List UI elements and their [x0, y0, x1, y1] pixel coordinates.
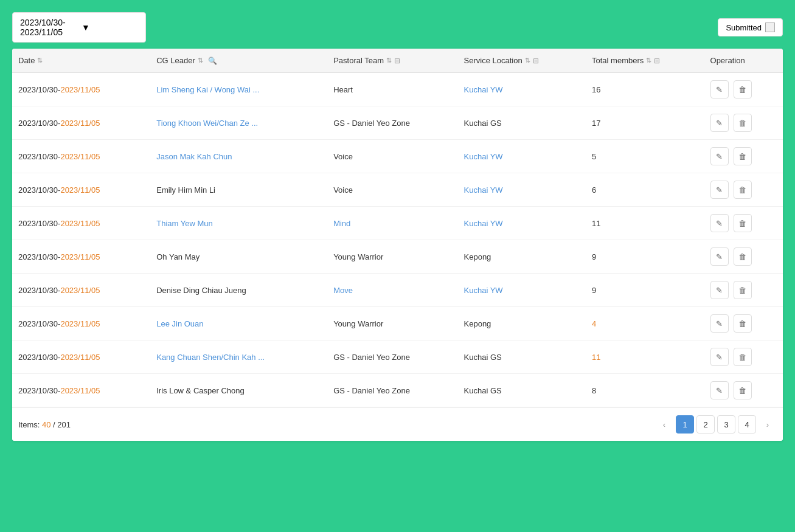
- service-location-link[interactable]: Kuchai YW: [464, 152, 503, 161]
- cell-cg-leader: Lim Sheng Kai / Wong Wai ...: [150, 73, 327, 106]
- cg-leader-search-icon[interactable]: 🔍: [208, 57, 217, 65]
- cg-leader-link[interactable]: Jason Mak Kah Chun: [156, 152, 232, 161]
- date-start: 2023/10/30-: [18, 119, 60, 128]
- service-location-link[interactable]: Kuchai YW: [464, 85, 503, 94]
- chevron-down-icon: ▼: [82, 22, 138, 32]
- edit-button[interactable]: ✎: [710, 381, 729, 399]
- submitted-label: Submitted: [726, 23, 762, 32]
- cell-operation: ✎ 🗑: [704, 274, 783, 307]
- data-table: Date ⇅ CG Leader ⇅ 🔍 Pastoral Team ⇅: [12, 49, 783, 407]
- cell-service-location: Kepong: [458, 240, 586, 274]
- delete-button[interactable]: 🗑: [734, 381, 752, 399]
- cg-leader-link[interactable]: Lee Jin Ouan: [156, 319, 203, 328]
- total-sort-icon[interactable]: ⇅: [646, 57, 651, 64]
- cell-operation: ✎ 🗑: [704, 106, 783, 140]
- page-4-button[interactable]: 4: [738, 415, 756, 434]
- date-end: 2023/11/05: [60, 386, 100, 395]
- pastoral-team-link[interactable]: Mind: [333, 219, 350, 228]
- pastoral-team-value: Young Warrior: [333, 252, 383, 261]
- cell-pastoral-team: GS - Daniel Yeo Zone: [327, 340, 457, 374]
- cell-cg-leader: Oh Yan May: [150, 240, 327, 274]
- delete-button[interactable]: 🗑: [734, 247, 752, 266]
- delete-button[interactable]: 🗑: [734, 114, 752, 132]
- delete-button[interactable]: 🗑: [734, 348, 752, 366]
- cg-leader-link[interactable]: Lim Sheng Kai / Wong Wai ...: [156, 85, 259, 94]
- submitted-checkbox[interactable]: [765, 22, 775, 32]
- pastoral-team-value: GS - Daniel Yeo Zone: [333, 119, 410, 128]
- date-start: 2023/10/30-: [18, 353, 60, 362]
- service-location-value: Kepong: [464, 319, 491, 328]
- prev-page-button[interactable]: ‹: [655, 415, 673, 434]
- service-location-link[interactable]: Kuchai YW: [464, 286, 503, 295]
- cell-service-location: Kuchai YW: [458, 173, 586, 207]
- pastoral-team-value: Voice: [333, 152, 353, 161]
- delete-button[interactable]: 🗑: [734, 80, 752, 98]
- total-filter-icon[interactable]: ⊟: [654, 57, 660, 65]
- date-start: 2023/10/30-: [18, 152, 60, 161]
- cg-leader-sort-icon[interactable]: ⇅: [198, 57, 203, 64]
- edit-button[interactable]: ✎: [710, 147, 729, 165]
- pastoral-sort-icon[interactable]: ⇅: [386, 57, 392, 64]
- cell-total-members: 16: [586, 73, 704, 106]
- cg-leader-link[interactable]: Tiong Khoon Wei/Chan Ze ...: [156, 119, 258, 128]
- col-cg-leader: CG Leader ⇅ 🔍: [150, 49, 327, 73]
- date-end: 2023/11/05: [60, 353, 100, 362]
- pastoral-team-value: Heart: [333, 85, 353, 94]
- table-row: 2023/10/30-2023/11/05Lim Sheng Kai / Won…: [12, 73, 783, 106]
- pastoral-team-link[interactable]: Move: [333, 286, 353, 295]
- date-range-selector[interactable]: 2023/10/30-2023/11/05 ▼: [12, 12, 146, 43]
- table-row: 2023/10/30-2023/11/05Thiam Yew MunMindKu…: [12, 207, 783, 240]
- cell-pastoral-team: Voice: [327, 173, 457, 207]
- location-filter-icon[interactable]: ⊟: [533, 57, 539, 65]
- page-3-button[interactable]: 3: [717, 415, 735, 434]
- delete-button[interactable]: 🗑: [734, 147, 752, 165]
- date-start: 2023/10/30-: [18, 219, 60, 228]
- date-end: 2023/11/05: [60, 219, 100, 228]
- total-count: 201: [57, 420, 71, 429]
- col-service-location: Service Location ⇅ ⊟: [458, 49, 586, 73]
- service-location-link[interactable]: Kuchai YW: [464, 185, 503, 195]
- table-body: 2023/10/30-2023/11/05Lim Sheng Kai / Won…: [12, 73, 783, 407]
- cell-date: 2023/10/30-2023/11/05: [12, 274, 150, 307]
- delete-button[interactable]: 🗑: [734, 314, 752, 333]
- location-sort-icon[interactable]: ⇅: [525, 57, 530, 64]
- next-page-button[interactable]: ›: [759, 415, 777, 434]
- cell-pastoral-team: Move: [327, 274, 457, 307]
- cell-date: 2023/10/30-2023/11/05: [12, 207, 150, 240]
- cg-leader-link[interactable]: Thiam Yew Mun: [156, 219, 213, 228]
- delete-button[interactable]: 🗑: [734, 214, 752, 232]
- cell-service-location: Kuchai GS: [458, 340, 586, 374]
- service-location-value: Kuchai GS: [464, 119, 502, 128]
- page-1-button[interactable]: 1: [676, 415, 694, 434]
- edit-button[interactable]: ✎: [710, 80, 729, 98]
- cell-date: 2023/10/30-2023/11/05: [12, 240, 150, 274]
- page-2-button[interactable]: 2: [696, 415, 715, 434]
- edit-button[interactable]: ✎: [710, 348, 729, 366]
- edit-button[interactable]: ✎: [710, 247, 729, 266]
- date-end: 2023/11/05: [60, 252, 100, 261]
- service-location-value: Kepong: [464, 252, 491, 261]
- cell-operation: ✎ 🗑: [704, 374, 783, 407]
- total-members-value: 9: [592, 286, 596, 295]
- cg-leader-value: Iris Low & Casper Chong: [156, 386, 245, 395]
- date-sort-icon[interactable]: ⇅: [37, 57, 43, 64]
- cell-total-members: 11: [586, 207, 704, 240]
- cell-cg-leader: Iris Low & Casper Chong: [150, 374, 327, 407]
- pastoral-team-value: GS - Daniel Yeo Zone: [333, 386, 410, 395]
- edit-button[interactable]: ✎: [710, 214, 729, 232]
- delete-button[interactable]: 🗑: [734, 281, 752, 299]
- cg-leader-link[interactable]: Kang Chuan Shen/Chin Kah ...: [156, 353, 265, 362]
- date-end: 2023/11/05: [60, 319, 100, 328]
- cell-operation: ✎ 🗑: [704, 340, 783, 374]
- edit-button[interactable]: ✎: [710, 281, 729, 299]
- service-location-link[interactable]: Kuchai YW: [464, 219, 503, 228]
- edit-button[interactable]: ✎: [710, 181, 729, 199]
- pastoral-filter-icon[interactable]: ⊟: [394, 57, 400, 65]
- edit-button[interactable]: ✎: [710, 314, 729, 333]
- delete-button[interactable]: 🗑: [734, 181, 752, 199]
- cell-date: 2023/10/30-2023/11/05: [12, 140, 150, 173]
- col-service-location-label: Service Location: [464, 56, 522, 65]
- pagination: ‹ 1 2 3 4 ›: [655, 415, 777, 434]
- top-bar: 2023/10/30-2023/11/05 ▼ Submitted: [12, 12, 783, 43]
- edit-button[interactable]: ✎: [710, 114, 729, 132]
